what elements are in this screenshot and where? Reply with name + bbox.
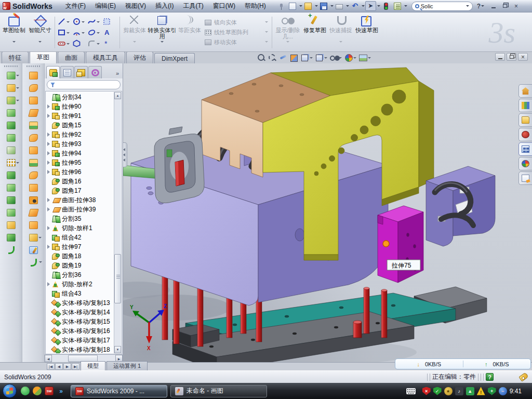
- tray-icon[interactable]: !: [477, 387, 485, 395]
- zoom-fit-button[interactable]: [257, 53, 265, 62]
- options-button[interactable]: [392, 1, 403, 11]
- help-button[interactable]: ?: [477, 3, 481, 10]
- tray-icon[interactable]: ×: [422, 387, 431, 395]
- tree-item[interactable]: 拉伸94: [46, 149, 114, 158]
- tool-icon[interactable]: [29, 184, 38, 192]
- dimxpertmanager-tab[interactable]: [88, 66, 102, 78]
- expand-arrow-icon[interactable]: [47, 114, 52, 118]
- undo-caret[interactable]: [362, 5, 365, 8]
- menu-item[interactable]: 视图(V): [121, 0, 151, 12]
- tree-item[interactable]: 实体-移动/复制14: [46, 308, 114, 317]
- select-tool-button[interactable]: ➤: [365, 1, 376, 11]
- motion-study-tab[interactable]: 运动算例 1: [107, 361, 148, 370]
- tree-item[interactable]: 圆角15: [46, 121, 114, 130]
- hide-show-items-button[interactable]: [329, 53, 342, 62]
- slide-block[interactable]: [378, 206, 423, 283]
- expand-arrow-icon[interactable]: [47, 104, 52, 109]
- propertymanager-tab[interactable]: [60, 66, 74, 78]
- tree-filter-input[interactable]: [47, 80, 121, 89]
- tool-icon[interactable]: [29, 147, 38, 154]
- tool-icon[interactable]: [29, 159, 38, 167]
- tool-icon[interactable]: [7, 209, 16, 217]
- sketch-button[interactable]: 草图绘制: [1, 14, 27, 51]
- tree-item[interactable]: 组合43: [46, 289, 114, 298]
- tree-item[interactable]: 分割34: [46, 92, 114, 102]
- panel-splitter-handle[interactable]: [123, 142, 127, 167]
- taskbar-button[interactable]: 未命名 - 画图: [170, 385, 267, 397]
- scroll-thumb[interactable]: [114, 254, 121, 304]
- quick-launch-icon[interactable]: [33, 387, 42, 395]
- tree-item[interactable]: 拉伸96: [46, 167, 114, 177]
- fillet-tool[interactable]: [88, 38, 102, 49]
- rapid-sketch-button[interactable]: 快速草图: [354, 14, 380, 51]
- close-button[interactable]: ×: [511, 2, 521, 10]
- tree-item[interactable]: 实体-移动/复制16: [46, 326, 114, 336]
- scroll-down-arrow[interactable]: ▼: [114, 346, 121, 353]
- quick-launch-icon[interactable]: [21, 387, 30, 395]
- minimize-button[interactable]: [488, 2, 498, 10]
- tool-icon[interactable]: [29, 72, 38, 79]
- smart-dimension-caret[interactable]: [38, 41, 42, 44]
- help-caret[interactable]: [481, 5, 484, 8]
- expand-arrow-icon[interactable]: [47, 245, 52, 249]
- smart-dimension-button[interactable]: 智能尺寸: [27, 14, 53, 51]
- selection-box-tool[interactable]: [103, 16, 117, 27]
- tree-vertical-scrollbar[interactable]: ▲ ▼: [114, 92, 121, 353]
- next-tab-button[interactable]: ▶: [63, 363, 71, 370]
- prev-tab-button[interactable]: ◀: [55, 363, 63, 370]
- tray-icon[interactable]: ★: [444, 387, 453, 395]
- traffic-light-icon[interactable]: [381, 1, 392, 11]
- model-canvas[interactable]: 拉伸75 Y Z X: [123, 63, 532, 362]
- commandmanager-tab[interactable]: 草图: [30, 51, 57, 63]
- expand-arrow-icon[interactable]: [47, 207, 52, 211]
- new-file-caret[interactable]: [299, 5, 302, 8]
- tool-icon[interactable]: [7, 159, 16, 167]
- tool-icon[interactable]: [29, 134, 38, 142]
- search-tab[interactable]: [518, 128, 532, 141]
- tree-item[interactable]: 切除-放样2: [46, 280, 114, 289]
- configurationmanager-tab[interactable]: [74, 66, 88, 78]
- print-button[interactable]: [334, 1, 345, 11]
- taskbar-button[interactable]: SW SolidWorks 2009 - ...: [71, 385, 167, 397]
- tool-icon[interactable]: [28, 109, 39, 117]
- tree-item[interactable]: 拉伸93: [46, 139, 114, 149]
- menu-item[interactable]: 窗口(W): [208, 0, 240, 12]
- tool-icon[interactable]: [7, 184, 16, 192]
- point-tool[interactable]: *: [103, 38, 117, 49]
- save-button[interactable]: [318, 1, 329, 11]
- last-tab-button[interactable]: ▶|: [72, 363, 79, 370]
- tree-item[interactable]: 拉伸95: [46, 158, 114, 167]
- ellipse-tool[interactable]: [88, 27, 102, 38]
- tree-item[interactable]: 分割35: [46, 214, 114, 223]
- model-tab[interactable]: 模型: [81, 361, 105, 370]
- commandmanager-tab[interactable]: 曲面: [58, 51, 85, 63]
- tree-item[interactable]: 曲面-拉伸39: [46, 205, 114, 214]
- tool-icon[interactable]: [7, 72, 16, 79]
- tool-icon[interactable]: [29, 221, 38, 229]
- rectangle-tool[interactable]: [58, 27, 72, 38]
- open-caret[interactable]: [315, 5, 318, 8]
- start-button[interactable]: [3, 384, 17, 398]
- taskbar-clock[interactable]: 9:41: [510, 388, 522, 395]
- expand-arrow-icon[interactable]: [47, 142, 52, 146]
- zoom-area-button[interactable]: [268, 53, 276, 62]
- tool-icon[interactable]: [7, 109, 16, 117]
- doc-restore-button[interactable]: [507, 53, 516, 61]
- tool-icon[interactable]: [7, 97, 16, 104]
- tray-icon[interactable]: ✓: [433, 387, 442, 395]
- tree-item[interactable]: 拉伸91: [46, 111, 114, 121]
- print-caret[interactable]: [346, 5, 349, 8]
- doc-close-button[interactable]: ×: [518, 53, 528, 61]
- tray-icon[interactable]: +: [488, 387, 496, 395]
- expand-arrow-icon[interactable]: [47, 151, 52, 155]
- commandmanager-tab[interactable]: 特征: [2, 51, 29, 63]
- expand-arrow-icon[interactable]: [47, 170, 52, 174]
- featuremanager-tab[interactable]: [46, 66, 60, 78]
- display-style-button[interactable]: [315, 53, 327, 62]
- tool-icon[interactable]: [7, 122, 16, 129]
- tree-item[interactable]: 曲面-拉伸38: [46, 195, 114, 205]
- scroll-up-arrow[interactable]: ▲: [114, 92, 121, 99]
- tree-item[interactable]: 圆角16: [46, 177, 114, 186]
- expand-arrow-icon[interactable]: [47, 132, 52, 137]
- menu-item[interactable]: 文件(F): [61, 0, 90, 12]
